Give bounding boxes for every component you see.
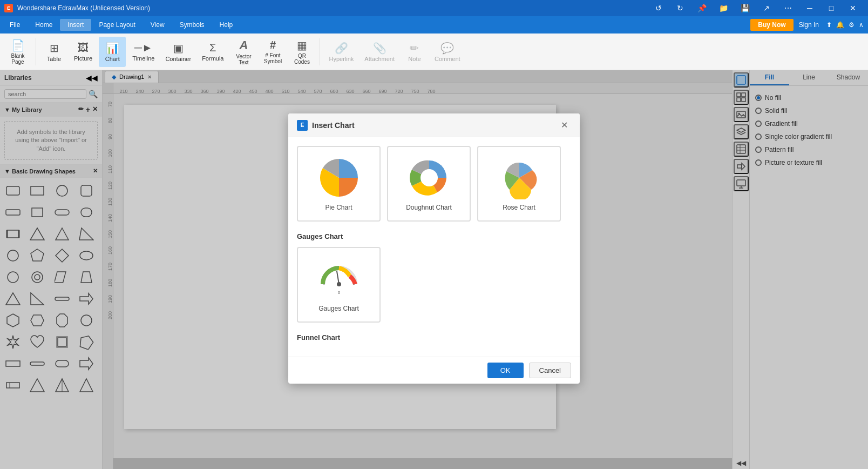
cancel-button[interactable]: Cancel xyxy=(529,363,571,378)
titlebar-more[interactable]: ⋯ xyxy=(777,0,799,16)
ok-button[interactable]: OK xyxy=(487,363,524,378)
doughnut-chart-card[interactable]: Doughnut Chart xyxy=(387,146,471,222)
gauges-chart-label: Gauges Chart xyxy=(318,305,359,312)
toolbar-blank-page[interactable]: 📄 BlankPage xyxy=(4,37,31,67)
toolbar: 📄 BlankPage ⊞ Table 🖼 Picture 📊 Chart ─►… xyxy=(0,34,868,70)
gauges-chart-preview: 0 xyxy=(317,257,361,300)
maximize-button[interactable]: □ xyxy=(820,0,842,16)
titlebar: E Wondershare EdrawMax (Unlicensed Versi… xyxy=(0,0,868,16)
rose-chart-card[interactable]: Rose Chart xyxy=(477,146,561,222)
svg-point-64 xyxy=(337,282,341,286)
menu-home[interactable]: Home xyxy=(28,19,60,31)
insert-chart-modal: E Insert Chart ✕ xyxy=(288,113,580,384)
toolbar-attachment: 📎 Attachment xyxy=(360,37,399,67)
hyperlink-icon: 🔗 xyxy=(335,42,348,55)
toolbar-divider-1 xyxy=(36,38,36,65)
toolbar-comment: 💬 Comment xyxy=(430,37,465,67)
formula-icon: Σ xyxy=(209,42,216,54)
toolbar-note-label: Note xyxy=(408,56,421,62)
comment-icon: 💬 xyxy=(440,42,454,55)
toolbar-formula[interactable]: Σ Formula xyxy=(198,37,228,67)
toolbar-vector-text-label: VectorText xyxy=(236,53,251,65)
toolbar-chart[interactable]: 📊 Chart xyxy=(99,37,126,67)
funnel-section-title: Funnel Chart xyxy=(297,333,571,341)
note-icon: ✏ xyxy=(410,42,419,55)
toolbar-qr-codes[interactable]: ▦ QRCodes xyxy=(288,37,315,67)
modal-footer: OK Cancel xyxy=(288,357,580,384)
toolbar-blank-page-label: BlankPage xyxy=(11,53,24,65)
toolbar-chart-label: Chart xyxy=(105,56,120,62)
titlebar-pin[interactable]: 📌 xyxy=(691,0,713,16)
toolbar-timeline[interactable]: ─► Timeline xyxy=(128,37,159,67)
toolbar-font-symbol[interactable]: # # FontSymbol xyxy=(259,37,286,67)
titlebar-save[interactable]: 💾 xyxy=(734,0,756,16)
font-symbol-icon: # xyxy=(270,39,276,51)
pie-charts-section: Pie Chart Doughnut Chart xyxy=(297,146,571,222)
toolbar-attachment-label: Attachment xyxy=(364,56,395,62)
toolbar-table-label: Table xyxy=(47,56,61,62)
toolbar-vector-text[interactable]: A VectorText xyxy=(230,37,257,67)
modal-body: Pie Chart Doughnut Chart xyxy=(288,137,580,357)
menu-view[interactable]: View xyxy=(143,19,172,31)
blank-page-icon: 📄 xyxy=(11,39,25,52)
settings-icon[interactable]: ⚙ xyxy=(849,21,855,29)
menu-file[interactable]: File xyxy=(2,19,28,31)
sign-in-button[interactable]: Sign In xyxy=(794,19,824,31)
menu-page-layout[interactable]: Page Layout xyxy=(91,19,143,31)
gauges-chart-card[interactable]: 0 Gauges Chart xyxy=(297,247,381,323)
pie-chart-label: Pie Chart xyxy=(325,204,352,211)
svg-point-62 xyxy=(421,169,438,186)
pie-chart-card[interactable]: Pie Chart xyxy=(297,146,381,222)
menu-help[interactable]: Help xyxy=(212,19,241,31)
menu-insert[interactable]: Insert xyxy=(60,19,91,31)
svg-text:0: 0 xyxy=(337,290,340,295)
toolbar-hyperlink: 🔗 Hyperlink xyxy=(324,37,358,67)
gauges-section-title: Gauges Chart xyxy=(297,232,571,240)
menu-symbols[interactable]: Symbols xyxy=(172,19,212,31)
app-logo: E xyxy=(4,4,13,12)
rose-chart-preview xyxy=(498,156,541,199)
toolbar-container[interactable]: ▣ Container xyxy=(161,37,195,67)
table-icon: ⊞ xyxy=(50,42,59,55)
minimize-button[interactable]: ─ xyxy=(799,0,820,16)
picture-icon: 🖼 xyxy=(78,42,89,54)
chart-icon: 📊 xyxy=(106,42,119,55)
toolbar-timeline-label: Timeline xyxy=(132,55,154,62)
buy-now-button[interactable]: Buy Now xyxy=(750,19,793,31)
toolbar-note: ✏ Note xyxy=(401,37,428,67)
toolbar-qr-codes-label: QRCodes xyxy=(294,53,310,65)
toolbar-picture-label: Picture xyxy=(74,55,92,62)
gauges-charts-section: 0 Gauges Chart xyxy=(297,247,571,323)
app-title: Wondershare EdrawMax (Unlicensed Version… xyxy=(17,4,648,12)
notification-icon[interactable]: 🔔 xyxy=(836,21,844,29)
modal-close-button[interactable]: ✕ xyxy=(558,119,571,131)
toolbar-comment-label: Comment xyxy=(435,56,460,62)
modal-title: Insert Chart xyxy=(312,121,558,130)
attachment-icon: 📎 xyxy=(373,42,386,55)
toolbar-hyperlink-label: Hyperlink xyxy=(329,56,354,62)
main-layout: Libraries ◀◀ 🔍 ▲ ▼ ▼ My Library ✏ + ✕ xyxy=(0,70,868,469)
qr-codes-icon: ▦ xyxy=(297,39,307,52)
modal-logo: E xyxy=(297,120,308,131)
vector-text-icon: A xyxy=(240,38,248,52)
titlebar-undo[interactable]: ↺ xyxy=(648,0,669,16)
timeline-icon: ─► xyxy=(134,42,153,54)
titlebar-share[interactable]: ↗ xyxy=(756,0,777,16)
modal-header: E Insert Chart ✕ xyxy=(288,113,580,137)
toolbar-divider-2 xyxy=(320,38,320,65)
toolbar-table[interactable]: ⊞ Table xyxy=(40,37,67,67)
toolbar-picture[interactable]: 🖼 Picture xyxy=(70,37,97,67)
rose-chart-label: Rose Chart xyxy=(503,204,535,211)
chevron-up-icon[interactable]: ∧ xyxy=(859,21,864,29)
titlebar-redo[interactable]: ↻ xyxy=(669,0,691,16)
toolbar-formula-label: Formula xyxy=(202,55,223,62)
menubar: File Home Insert Page Layout View Symbol… xyxy=(0,16,868,34)
container-icon: ▣ xyxy=(173,42,184,55)
close-button[interactable]: ✕ xyxy=(842,0,864,16)
titlebar-folder[interactable]: 📁 xyxy=(713,0,734,16)
pie-chart-preview xyxy=(317,156,361,199)
toolbar-font-symbol-label: # FontSymbol xyxy=(264,52,282,64)
doughnut-chart-preview xyxy=(408,156,451,199)
modal-overlay: E Insert Chart ✕ xyxy=(0,70,868,469)
upload-icon[interactable]: ⬆ xyxy=(826,21,832,29)
